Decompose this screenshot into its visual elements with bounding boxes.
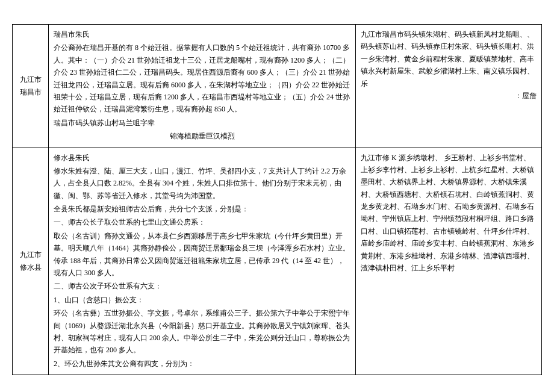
- region-cell: 九江市瑞昌市: [13, 25, 49, 148]
- places-extra: ：屋詹: [361, 90, 537, 102]
- desc-paragraph: 介公裔孙在瑞昌开基的有 8 个始迁祖。据掌握有人口数的 5 个始迁祖统计，共有裔…: [54, 42, 350, 115]
- places-text: 九江市修 K 源乡绣墩村、 乡王桥村、上衫乡书堂村、上衫乡李竹村、上衫乡上衫村、…: [361, 154, 534, 273]
- desc-paragraph: 2、环公九世孙朱其文公裔有四支，分别为：: [54, 358, 350, 370]
- table-row: 九江市修水县 修水县朱氏 修水朱姓有澄、陆、厘三大支，山口，漫江、竹坪、吴都四小…: [13, 148, 542, 375]
- desc-paragraph: 取公（名古训）裔孙文通公，从本县仁乡西源移居于高乡七甲朱家坑（今什坪乡黄田里）开…: [54, 230, 350, 279]
- description-cell: 修水县朱氏 修水朱姓有澄、陆、厘三大支，山口，漫江、竹坪、吴都四小支，7 支共计…: [49, 148, 356, 375]
- places-text: 九江市瑞昌市码头镇朱湖村、码头镇新凤村龙船咀、、码头镇苏山村、码头镇赤庄村朱家、…: [361, 30, 534, 88]
- desc-title: 修水县朱氏: [54, 152, 350, 164]
- region-name: 九江市瑞昌市: [20, 75, 42, 96]
- desc-title: 瑞昌市朱氏: [54, 28, 350, 40]
- desc-paragraph: 修水朱姓有澄、陆、厘三大支，山口，漫江、竹坪、吴都四小支，7 支共计人丁约计 2…: [54, 165, 350, 202]
- desc-paragraph: 瑞昌市码头镇苏山村马兰咀字辈: [54, 117, 350, 129]
- description-cell: 瑞昌市朱氏 介公裔孙在瑞昌开基的有 8 个始迁祖。据掌握有人口数的 5 个始迁祖…: [49, 25, 356, 148]
- clan-table: 九江市瑞昌市 瑞昌市朱氏 介公裔孙在瑞昌开基的有 8 个始迁祖。据掌握有人口数的…: [12, 24, 542, 375]
- desc-paragraph: 环公（名古彝）五世孙振公、字文振，号卓尔，系维甫公三子。振公第六子中举公于宋熙宁…: [54, 307, 350, 356]
- desc-paragraph: 一、师古公长子取公世系的七里山文通公房系：: [54, 216, 350, 228]
- places-cell: 九江市瑞昌市码头镇朱湖村、码头镇新凤村龙船咀、、码头镇苏山村、码头镇赤庄村朱家、…: [356, 25, 542, 148]
- region-name: 九江市修水县: [20, 250, 42, 271]
- desc-paragraph: 1、山口（含慈口）振公支：: [54, 294, 350, 306]
- desc-generation-names: 锦海植励垂巨汉模烈: [54, 130, 350, 142]
- region-cell: 九江市修水县: [13, 148, 49, 375]
- places-cell: 九江市修 K 源乡绣墩村、 乡王桥村、上衫乡书堂村、上衫乡李竹村、上衫乡上衫村、…: [356, 148, 542, 375]
- desc-paragraph: 全县朱氏都是新安始祖师古公后裔，共分七个支派，分别是：: [54, 203, 350, 215]
- table-row: 九江市瑞昌市 瑞昌市朱氏 介公裔孙在瑞昌开基的有 8 个始迁祖。据掌握有人口数的…: [13, 25, 542, 148]
- desc-paragraph: 二、师古公次子环公世系有六支：: [54, 280, 350, 292]
